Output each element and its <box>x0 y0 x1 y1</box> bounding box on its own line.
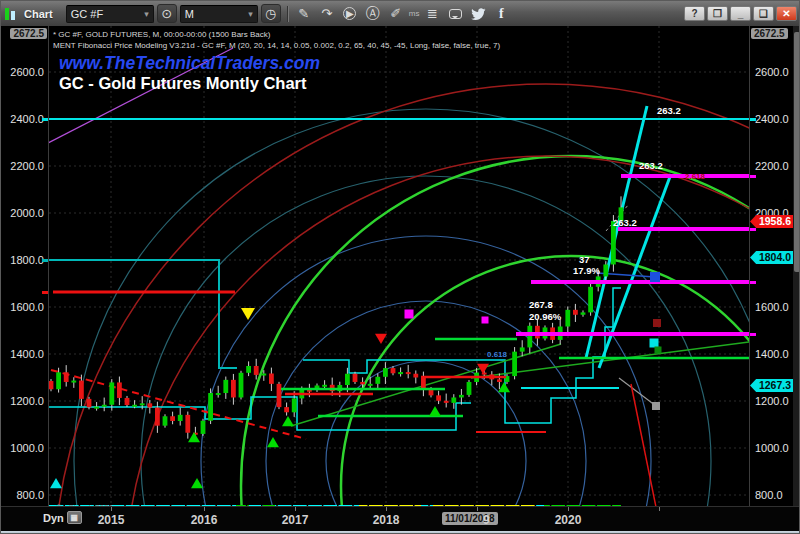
dyn-button[interactable]: Dyn ▦ <box>43 511 82 524</box>
candle-body <box>208 393 213 421</box>
candle-body <box>565 310 570 327</box>
axis-tick <box>42 291 48 294</box>
right-price-axis[interactable]: 2600.02400.02200.02000.01600.01400.01200… <box>749 26 793 506</box>
annotate-button[interactable]: Ⓐ <box>363 4 383 23</box>
candle-body <box>353 374 358 382</box>
price-label: 1000.0 <box>10 442 44 454</box>
trend-line <box>619 378 656 406</box>
candle-body <box>436 395 441 400</box>
replay-button[interactable]: ▶ <box>340 4 360 23</box>
ms-label: ms <box>409 9 420 18</box>
marker-square <box>653 319 661 327</box>
candle-body <box>94 407 99 409</box>
year-label: 2020 <box>555 513 582 527</box>
candle-body <box>512 352 517 376</box>
marker-square <box>482 317 489 324</box>
interval-combo[interactable]: M ▾ <box>180 5 258 23</box>
marker-triangle-up <box>429 406 441 416</box>
candle-body <box>117 382 122 398</box>
price-label: 1800.0 <box>10 254 44 266</box>
chat-button[interactable] <box>445 4 465 23</box>
candle-body <box>413 374 418 378</box>
scrollbar-thumb[interactable] <box>794 32 800 272</box>
right-scrollbar[interactable] <box>793 26 800 506</box>
restore-button[interactable]: ❐ <box>707 6 728 21</box>
draw-line-button[interactable]: ✎ <box>294 4 314 23</box>
fib-circle <box>241 156 749 506</box>
candle-body <box>239 373 244 398</box>
left-price-axis[interactable]: 2600.02400.02200.02000.01800.01600.01400… <box>1 26 49 506</box>
candle-body <box>292 398 297 412</box>
candle-body <box>64 372 69 382</box>
time-tick <box>477 507 478 511</box>
candle-body <box>459 395 464 398</box>
marker-triangle-up <box>188 432 200 442</box>
time-tick <box>659 507 660 511</box>
price-label: 2400.0 <box>10 113 44 125</box>
chart-canvas: 263.2263.2263.2267.820.96%3717.9%0.6182.… <box>49 26 749 506</box>
quote-list-button[interactable]: ≣ <box>422 4 442 23</box>
twitter-button[interactable] <box>468 4 488 23</box>
marker-square <box>650 272 660 282</box>
price-label: 1600.0 <box>755 301 789 313</box>
symbol-search-icon: ⊙ <box>161 6 172 21</box>
year-label: 2017 <box>282 513 309 527</box>
candle-body <box>284 407 289 412</box>
time-tick <box>295 507 296 511</box>
year-label: 2018 <box>373 513 400 527</box>
facebook-button[interactable]: f <box>491 4 511 23</box>
chart-plot[interactable]: 263.2263.2263.2267.820.96%3717.9%0.6182.… <box>49 26 749 506</box>
facebook-icon: f <box>499 6 504 22</box>
candle-body <box>520 347 525 351</box>
candle-body <box>178 415 183 421</box>
chart-window: Chart GC #F ▾ ⊙ M ▾ ◷ ✎ ↷ ▶ Ⓐ ✐ ms ≣ f ?… <box>0 0 800 534</box>
clock-icon: ◷ <box>265 6 276 21</box>
chart-region: 2600.02400.02200.02000.01800.01600.01400… <box>1 26 800 506</box>
time-tick <box>111 507 112 511</box>
price-label: 1400.0 <box>755 348 789 360</box>
close-button[interactable]: ✕ <box>776 6 797 21</box>
candle-body <box>527 326 532 348</box>
symbol-search-button[interactable]: ⊙ <box>157 4 177 23</box>
candle-body <box>383 368 388 377</box>
redo-button[interactable]: ↷ <box>317 4 337 23</box>
candle-body <box>132 405 137 407</box>
time-history-button[interactable]: ◷ <box>261 4 281 23</box>
window-controls: ? ❐ _ ❑ ✕ <box>684 6 797 21</box>
candle-body <box>497 379 502 382</box>
year-label: 2016 <box>191 513 218 527</box>
app-title: Chart <box>24 8 53 20</box>
chat-icon <box>449 9 462 19</box>
candle-body <box>147 403 152 407</box>
axis-tick <box>750 333 756 336</box>
minimize-button[interactable]: _ <box>730 6 751 21</box>
candle-body <box>223 380 228 393</box>
eraser-button[interactable]: ✐ <box>386 4 406 23</box>
candle-body <box>406 372 411 374</box>
time-tick <box>386 507 387 511</box>
maximize-button[interactable]: ❑ <box>753 6 774 21</box>
fib-circle <box>201 236 651 506</box>
play-icon: ▶ <box>343 7 356 20</box>
marker-triangle-up <box>267 437 279 447</box>
marker-square <box>405 310 414 319</box>
price-label: 2400.0 <box>755 113 789 125</box>
candle-body <box>360 382 365 384</box>
candle-body <box>185 415 190 433</box>
candle-body <box>573 310 578 315</box>
interval-value: M <box>185 8 194 20</box>
candle-body <box>254 366 259 375</box>
time-axis[interactable]: Dyn ▦ 11/01/2018 9 20152016201720182020 <box>1 506 800 531</box>
trend-line <box>49 48 233 144</box>
time-tick <box>204 507 205 511</box>
candle-body <box>421 378 426 390</box>
candle-body <box>163 416 168 425</box>
toolbar: Chart GC #F ▾ ⊙ M ▾ ◷ ✎ ↷ ▶ Ⓐ ✐ ms ≣ f ?… <box>1 1 800 26</box>
price-label: 1200.0 <box>10 395 44 407</box>
candle-body <box>375 377 380 384</box>
marker-square <box>650 339 659 348</box>
help-button[interactable]: ? <box>684 6 705 21</box>
price-label: 2000.0 <box>10 207 44 219</box>
time-tick <box>568 507 569 511</box>
symbol-combo[interactable]: GC #F ▾ <box>66 5 154 23</box>
